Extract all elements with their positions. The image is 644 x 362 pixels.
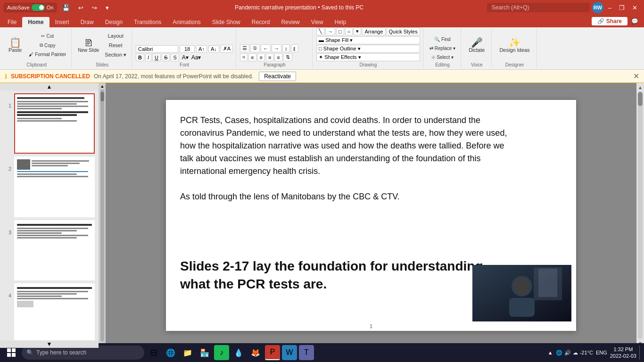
quick-styles-button[interactable]: Quick Styles xyxy=(387,27,420,35)
shape-oval-button[interactable]: ○ xyxy=(345,27,353,35)
autosave-toggle[interactable] xyxy=(32,4,45,11)
network-icon[interactable]: 🌐 xyxy=(556,350,562,356)
layout-button[interactable]: Layout xyxy=(102,32,129,40)
decrease-font-button[interactable]: A↓ xyxy=(208,45,219,53)
line-spacing-button[interactable]: ↕ xyxy=(282,44,290,52)
system-tray[interactable]: ▲ xyxy=(548,350,553,355)
align-center-button[interactable]: ≡ xyxy=(257,53,265,61)
show-desktop-button[interactable] xyxy=(639,346,641,360)
powerpoint-app[interactable]: P xyxy=(265,345,280,360)
align-left-button[interactable]: ≡ xyxy=(248,53,256,61)
new-slide-button[interactable]: 🖹 New Slide xyxy=(75,37,101,54)
undo-button[interactable]: ↩ xyxy=(75,3,86,12)
decrease-indent-button[interactable]: ← xyxy=(261,44,271,52)
slide-thumb-2[interactable]: 2 xyxy=(4,156,95,217)
slide-thumb-3[interactable]: 3 xyxy=(4,220,95,280)
shape-outline-button[interactable]: □ Shape Outline ▾ xyxy=(316,45,420,53)
canvas-scroll-up[interactable]: ▲ xyxy=(100,84,105,89)
scrollbar-up-arrow[interactable]: ▲ xyxy=(637,84,644,91)
tab-file[interactable]: File xyxy=(2,17,22,27)
taskview-button[interactable]: ⊟ xyxy=(146,345,161,360)
tab-insert[interactable]: Insert xyxy=(50,17,75,27)
tab-record[interactable]: Record xyxy=(246,17,276,27)
italic-button[interactable]: I xyxy=(145,54,151,61)
find-button[interactable]: 🔍 Find xyxy=(427,35,458,43)
format-painter-button[interactable]: 🖌 Format Painter xyxy=(26,50,68,58)
panel-scroll-down[interactable]: ▼ xyxy=(0,340,99,348)
tab-design[interactable]: Design xyxy=(99,17,128,27)
redo-button[interactable]: ↪ xyxy=(89,3,100,12)
increase-indent-button[interactable]: → xyxy=(272,44,281,52)
convert-to-smartart-button[interactable]: ⌗ xyxy=(240,53,248,61)
numbering-button[interactable]: ① xyxy=(250,44,260,52)
firefox-app[interactable]: 🦊 xyxy=(248,345,263,360)
close-button[interactable]: ✕ xyxy=(629,3,640,12)
copy-button[interactable]: ⧉ Copy xyxy=(26,41,68,49)
tab-review[interactable]: Review xyxy=(275,17,305,27)
font-size-input[interactable] xyxy=(180,45,195,53)
reset-button[interactable]: Reset xyxy=(102,41,129,49)
justify-button[interactable]: ≡ xyxy=(274,53,282,61)
bold-button[interactable]: B xyxy=(136,54,144,61)
tab-draw[interactable]: Draw xyxy=(75,17,99,27)
shadow-button[interactable]: S xyxy=(171,54,179,61)
user-avatar[interactable]: RW xyxy=(592,2,603,13)
autosave-badge[interactable]: AutoSave On xyxy=(4,3,57,12)
select-button[interactable]: ⊹ Select ▾ xyxy=(427,53,458,61)
share-button[interactable]: 🔗 Share xyxy=(592,17,627,25)
shape-rect-button[interactable]: □ xyxy=(336,27,344,35)
slide-thumb-4[interactable]: 4 xyxy=(4,283,95,344)
customize-qat-button[interactable]: ▾ xyxy=(103,3,112,12)
bullets-button[interactable]: ☰ xyxy=(240,44,249,52)
slide-preview-1[interactable] xyxy=(14,93,95,154)
ime-icon[interactable]: ENG xyxy=(596,350,607,355)
tab-home[interactable]: Home xyxy=(22,17,49,27)
arrange-button[interactable]: Arrange xyxy=(362,27,385,35)
section-button[interactable]: Section ▾ xyxy=(102,50,129,59)
shape-arrow-button[interactable]: → xyxy=(325,27,335,35)
slide-canvas[interactable]: PCR Tests, Cases, hospitalizations and c… xyxy=(166,100,576,331)
clock[interactable]: 1:32 PM 2022-02-03 xyxy=(610,346,636,360)
strikethrough-button[interactable]: S xyxy=(162,54,170,61)
clear-format-button[interactable]: ✗A xyxy=(221,45,233,53)
replace-button[interactable]: ⇄ Replace ▾ xyxy=(427,44,458,52)
minimize-button[interactable]: – xyxy=(605,3,614,12)
shape-fill-button[interactable]: ▬ Shape Fill ▾ xyxy=(316,36,420,44)
comment-button[interactable]: 💬 xyxy=(627,17,642,25)
cut-button[interactable]: ✂ Cut xyxy=(26,32,68,40)
slide-preview-4[interactable] xyxy=(14,283,95,344)
teams-app[interactable]: T xyxy=(299,345,314,360)
slide-preview-3[interactable] xyxy=(14,220,95,280)
slide-preview-2[interactable] xyxy=(14,156,95,217)
dictate-button[interactable]: 🎤 Dictate xyxy=(465,36,488,55)
increase-font-button[interactable]: A↑ xyxy=(196,45,207,53)
slide-paragraph-1[interactable]: PCR Tests, Cases, hospitalizations and c… xyxy=(180,114,510,203)
tab-animations[interactable]: Animations xyxy=(167,17,206,27)
reactivate-button[interactable]: Reactivate xyxy=(259,72,296,81)
notification-close-button[interactable]: ✕ xyxy=(633,72,639,81)
edge-app[interactable]: 🌐 xyxy=(163,345,178,360)
save-button[interactable]: 💾 xyxy=(59,3,73,12)
slide-bold-text[interactable]: Slides 2-17 lay the foundation for under… xyxy=(180,257,501,293)
columns-button[interactable]: ⫿ xyxy=(291,44,298,52)
paste-button[interactable]: 📋 Paste xyxy=(5,36,25,55)
shape-effects-button[interactable]: ✦ Shape Effects ▾ xyxy=(316,53,420,61)
font-size-small-btn[interactable]: Aa▾ xyxy=(191,54,201,61)
store-app[interactable]: 🏪 xyxy=(197,345,212,360)
tab-help[interactable]: Help xyxy=(329,17,352,27)
design-ideas-button[interactable]: ✨ Design Ideas xyxy=(495,36,533,55)
font-name-input[interactable] xyxy=(136,45,178,53)
text-direction-button[interactable]: ⇅ xyxy=(283,53,292,61)
search-input[interactable] xyxy=(487,2,590,13)
panel-scroll-up[interactable]: ▲ xyxy=(0,83,99,90)
tab-transitions[interactable]: Transitions xyxy=(128,17,167,27)
shapes-more-button[interactable]: ▾ xyxy=(354,27,361,35)
shape-line-button[interactable]: ╲ xyxy=(316,27,324,35)
dropbox-app[interactable]: 💧 xyxy=(231,345,246,360)
restore-button[interactable]: ❐ xyxy=(616,3,627,12)
slide-thumb-1[interactable]: 1 xyxy=(4,93,95,154)
explorer-app[interactable]: 📁 xyxy=(180,345,195,360)
tab-view[interactable]: View xyxy=(305,17,329,27)
underline-button[interactable]: U xyxy=(152,54,161,61)
weather-icon[interactable]: ☁ xyxy=(573,350,578,356)
